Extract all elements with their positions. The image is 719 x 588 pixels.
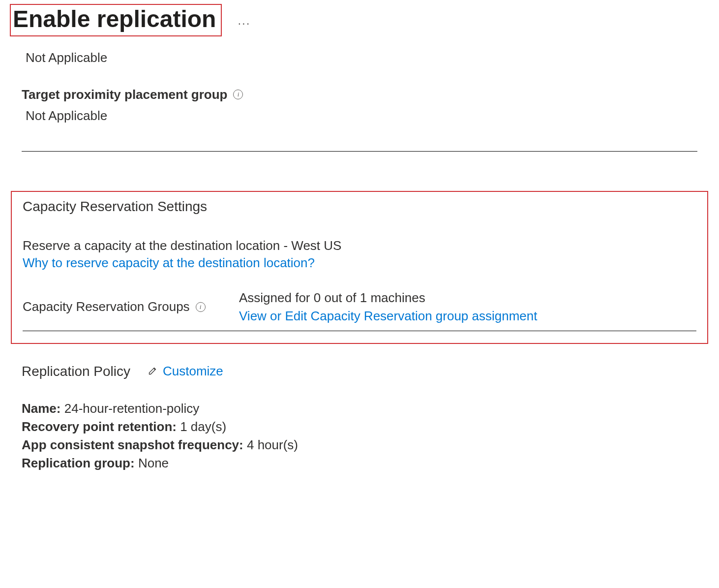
truncated-field-value: Not Applicable bbox=[22, 50, 697, 65]
policy-replication-group-field: Replication group: None bbox=[22, 456, 697, 471]
view-edit-assignment-link[interactable]: View or Edit Capacity Reservation group … bbox=[239, 309, 538, 324]
info-icon[interactable]: i bbox=[233, 90, 243, 99]
policy-replication-group-value: None bbox=[138, 456, 169, 470]
policy-snapshot-field: App consistent snapshot frequency: 4 hou… bbox=[22, 437, 697, 453]
capacity-groups-value: Assigned for 0 out of 1 machines bbox=[239, 290, 538, 306]
capacity-groups-value-column: Assigned for 0 out of 1 machines View or… bbox=[239, 290, 538, 324]
proximity-label: Target proximity placement group bbox=[22, 87, 227, 102]
replication-policy-section: Replication Policy Customize Name: 24-ho… bbox=[22, 364, 697, 471]
why-reserve-link[interactable]: Why to reserve capacity at the destinati… bbox=[23, 255, 315, 270]
policy-retention-field: Recovery point retention: 1 day(s) bbox=[22, 419, 697, 434]
policy-snapshot-value: 4 hour(s) bbox=[247, 437, 298, 452]
policy-name-label: Name: bbox=[22, 401, 60, 416]
capacity-section-title: Capacity Reservation Settings bbox=[23, 199, 696, 215]
proximity-field-group: Target proximity placement group i Not A… bbox=[22, 87, 697, 124]
section-divider bbox=[22, 151, 697, 152]
inner-divider bbox=[23, 331, 696, 331]
policy-retention-label: Recovery point retention: bbox=[22, 419, 177, 434]
capacity-groups-row: Capacity Reservation Groups i Assigned f… bbox=[23, 290, 696, 324]
more-options-icon[interactable]: ··· bbox=[238, 16, 250, 30]
customize-button[interactable]: Customize bbox=[148, 364, 223, 379]
proximity-label-row: Target proximity placement group i bbox=[22, 87, 697, 102]
policy-name-field: Name: 24-hour-retention-policy bbox=[22, 401, 697, 416]
policy-replication-group-label: Replication group: bbox=[22, 456, 135, 470]
pencil-icon bbox=[148, 366, 158, 377]
policy-snapshot-label: App consistent snapshot frequency: bbox=[22, 437, 243, 452]
policy-header: Replication Policy Customize bbox=[22, 364, 697, 379]
policy-retention-value: 1 day(s) bbox=[180, 419, 226, 434]
proximity-value: Not Applicable bbox=[22, 108, 697, 124]
capacity-description: Reserve a capacity at the destination lo… bbox=[23, 238, 696, 253]
policy-name-value: 24-hour-retention-policy bbox=[64, 401, 200, 416]
info-icon[interactable]: i bbox=[196, 302, 206, 312]
policy-title: Replication Policy bbox=[22, 364, 130, 379]
page-header: Enable replication ··· bbox=[0, 0, 719, 40]
content-area: Not Applicable Target proximity placemen… bbox=[0, 40, 719, 471]
page-title: Enable replication bbox=[10, 4, 222, 36]
capacity-groups-label: Capacity Reservation Groups bbox=[23, 299, 190, 314]
capacity-reservation-section: Capacity Reservation Settings Reserve a … bbox=[11, 191, 708, 344]
customize-link-text: Customize bbox=[163, 364, 223, 379]
capacity-groups-label-wrap: Capacity Reservation Groups i bbox=[23, 290, 239, 324]
